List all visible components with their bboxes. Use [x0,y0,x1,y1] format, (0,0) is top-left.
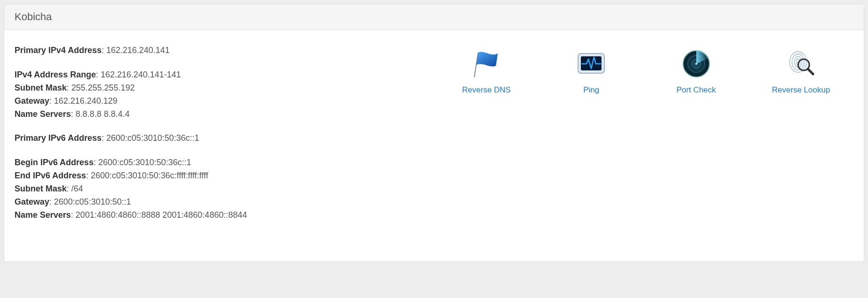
ipv6-begin-label: Begin IPv6 Address [15,158,93,167]
port-check-button[interactable]: Port Check [659,45,734,95]
radar-icon [681,49,711,79]
ipv6-primary-group: Primary IPv6 Address: 2600:c05:3010:50:3… [15,132,434,145]
ipv6-ns-label: Name Servers [15,210,71,220]
monitor-pulse-icon [576,49,606,79]
ipv4-ns: Name Servers: 8.8.8.8 8.8.4.4 [15,108,434,121]
reverse-lookup-label: Reverse Lookup [763,85,838,95]
svg-point-6 [695,63,697,65]
ping-label: Ping [554,85,629,95]
tool-buttons: Reverse DNS Ping [434,44,853,233]
ipv6-gateway-label: Gateway [15,197,49,206]
ipv4-primary-group: Primary IPv4 Address: 162.216.240.141 [15,44,434,57]
reverse-dns-label: Reverse DNS [449,85,524,95]
reverse-lookup-button[interactable]: Reverse Lookup [763,45,838,95]
network-info: Primary IPv4 Address: 162.216.240.141 IP… [15,44,434,233]
svg-line-12 [808,69,813,74]
network-panel: Kobicha Primary IPv4 Address: 162.216.24… [4,4,864,262]
ping-button[interactable]: Ping [554,45,629,95]
ipv6-primary-label: Primary IPv6 Address [15,133,101,143]
port-check-label: Port Check [659,85,734,95]
reverse-dns-button[interactable]: Reverse DNS [449,45,524,95]
ipv6-subnet-label: Subnet Mask [15,184,67,193]
ipv4-ns-value: 8.8.8.8 8.8.4.4 [76,109,129,119]
ipv4-primary: Primary IPv4 Address: 162.216.240.141 [15,44,434,57]
ipv4-primary-label: Primary IPv4 Address [15,46,101,55]
ipv6-primary: Primary IPv6 Address: 2600:c05:3010:50:3… [15,132,434,145]
ipv6-subnet-value: /64 [71,184,83,193]
ipv4-range-label: IPv4 Address Range [15,70,96,79]
ipv4-ns-label: Name Servers [15,109,71,119]
panel-body: Primary IPv4 Address: 162.216.240.141 IP… [4,30,864,261]
ipv6-subnet: Subnet Mask: /64 [15,183,434,196]
ipv4-details-group: IPv4 Address Range: 162.216.240.141-141 … [15,69,434,121]
flag-icon [472,49,502,79]
ipv4-subnet-label: Subnet Mask [15,83,67,92]
panel-title: Kobicha [4,4,864,30]
ipv4-gateway-label: Gateway [15,96,49,106]
ipv4-subnet-value: 255.255.255.192 [71,83,135,92]
ipv6-primary-value: 2600:c05:3010:50:36c::1 [106,133,199,143]
ipv6-begin-value: 2600:c05:3010:50:36c::1 [98,158,191,167]
ipv6-end: End IPv6 Address: 2600:c05:3010:50:36c:f… [15,169,434,183]
ipv6-begin: Begin IPv6 Address: 2600:c05:3010:50:36c… [15,156,434,169]
ipv4-gateway: Gateway: 162.216.240.129 [15,95,434,108]
ipv6-ns-value: 2001:4860:4860::8888 2001:4860:4860::884… [76,210,247,220]
ipv6-gateway-value: 2600:c05:3010:50::1 [54,197,131,206]
fingerprint-magnify-icon [786,49,816,79]
ipv4-subnet: Subnet Mask: 255.255.255.192 [15,82,434,95]
ipv4-range-value: 162.216.240.141-141 [100,70,181,79]
ipv4-primary-value: 162.216.240.141 [106,46,169,55]
ipv6-ns: Name Servers: 2001:4860:4860::8888 2001:… [15,209,434,222]
ipv6-gateway: Gateway: 2600:c05:3010:50::1 [15,196,434,209]
ipv4-gateway-value: 162.216.240.129 [54,96,117,106]
ipv6-end-label: End IPv6 Address [15,171,86,180]
ipv6-end-value: 2600:c05:3010:50:36c:ffff:ffff:ffff [91,171,208,180]
ipv4-range: IPv4 Address Range: 162.216.240.141-141 [15,69,434,82]
ipv6-details-group: Begin IPv6 Address: 2600:c05:3010:50:36c… [15,156,434,222]
